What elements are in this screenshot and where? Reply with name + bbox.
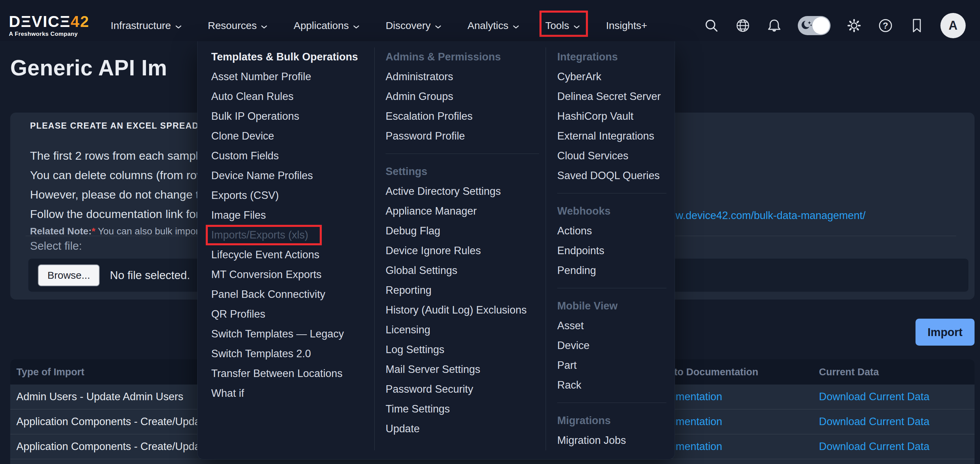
menu-item-label: Escalation Profiles — [386, 110, 473, 122]
menu-item-reporting[interactable]: Reporting — [386, 280, 541, 300]
menu-item-debug-flag[interactable]: Debug Flag — [386, 221, 541, 241]
menu-item-cloud-services[interactable]: Cloud Services — [557, 146, 668, 166]
menu-column-admins-settings: Admins & PermissionsAdministratorsAdmin … — [386, 47, 541, 439]
menu-item-pending[interactable]: Pending — [557, 261, 668, 280]
menu-item-lifecycle-event-actions[interactable]: Lifecycle Event Actions — [211, 245, 370, 265]
menu-item-actions[interactable]: Actions — [557, 221, 668, 241]
nav-item-discovery[interactable]: Discovery — [386, 20, 442, 32]
menu-item-label: Debug Flag — [386, 225, 440, 237]
menu-item-label: Global Settings — [386, 264, 457, 277]
menu-group-header-mobile-view: Mobile View — [557, 296, 668, 316]
theme-toggle[interactable] — [798, 16, 830, 35]
bookmark-icon[interactable] — [909, 18, 925, 33]
globe-icon[interactable] — [735, 18, 751, 33]
menu-item-custom-fields[interactable]: Custom Fields — [211, 146, 370, 166]
menu-item-label: Actions — [557, 225, 592, 237]
menu-item-mail-server-settings[interactable]: Mail Server Settings — [386, 360, 541, 380]
menu-item-password-profile[interactable]: Password Profile — [386, 126, 541, 146]
nav-item-label: Analytics — [468, 20, 508, 32]
menu-item-auto-clean-rules[interactable]: Auto Clean Rules — [211, 87, 370, 106]
menu-item-exports-csv[interactable]: Exports (CSV) — [211, 186, 370, 205]
browse-button[interactable]: Browse... — [38, 264, 100, 286]
menu-item-what-if[interactable]: What if — [211, 383, 370, 403]
menu-item-switch-templates-legacy[interactable]: Switch Templates — Legacy — [211, 324, 370, 344]
logo-accent-42: 42 — [71, 13, 89, 30]
device42-logo[interactable]: DΞVICΞ42 A Freshworks Company — [9, 14, 89, 38]
menu-item-licensing[interactable]: Licensing — [386, 320, 541, 340]
menu-item-external-integrations[interactable]: External Integrations — [557, 126, 668, 146]
instructions-text: The first 2 rows from each sampleYou can… — [30, 146, 205, 224]
svg-text:?: ? — [883, 21, 888, 31]
menu-item-label: Admin Groups — [386, 91, 453, 103]
notifications-bell-icon[interactable] — [767, 18, 782, 33]
menu-item-rack[interactable]: Rack — [557, 375, 668, 395]
menu-item-migration-jobs[interactable]: Migration Jobs — [557, 431, 668, 450]
menu-item-label: Switch Templates — Legacy — [211, 328, 344, 340]
import-button[interactable]: Import — [915, 319, 975, 346]
menu-item-delinea-secret-server[interactable]: Delinea Secret Server — [557, 87, 668, 106]
settings-gear-icon[interactable] — [846, 18, 862, 33]
menu-item-administrators[interactable]: Administrators — [386, 67, 541, 87]
menu-vertical-divider-1 — [374, 48, 375, 450]
nav-item-analytics[interactable]: Analytics — [468, 20, 519, 32]
nav-item-tools[interactable]: Tools — [545, 20, 580, 32]
menu-item-label: Exports (CSV) — [211, 189, 279, 202]
menu-item-log-settings[interactable]: Log Settings — [386, 340, 541, 360]
menu-item-label: Cloud Services — [557, 150, 628, 162]
menu-item-qr-profiles[interactable]: QR Profiles — [211, 304, 370, 324]
menu-item-global-settings[interactable]: Global Settings — [386, 261, 541, 280]
instruction-line: You can delete columns (from row — [30, 165, 205, 185]
menu-item-admin-groups[interactable]: Admin Groups — [386, 87, 541, 106]
menu-item-clone-device[interactable]: Clone Device — [211, 126, 370, 146]
search-icon[interactable] — [703, 18, 719, 33]
nav-item-infrastructure[interactable]: Infrastructure — [111, 20, 182, 32]
menu-item-switch-templates-2-0[interactable]: Switch Templates 2.0 — [211, 344, 370, 364]
menu-item-history-audit-log-exclusions[interactable]: History (Audit Log) Exclusions — [386, 300, 541, 320]
download-current-data-link[interactable]: Download Current Data — [819, 391, 929, 403]
nav-item-applications[interactable]: Applications — [293, 20, 360, 32]
menu-item-label: Bulk IP Operations — [211, 110, 299, 122]
menu-item-label: Saved DOQL Queries — [557, 170, 660, 182]
menu-item-label: Mail Server Settings — [386, 363, 480, 376]
menu-item-asset[interactable]: Asset — [557, 316, 668, 336]
menu-item-escalation-profiles[interactable]: Escalation Profiles — [386, 106, 541, 126]
nav-item-insights+[interactable]: Insights+ — [606, 20, 647, 32]
menu-item-active-directory-settings[interactable]: Active Directory Settings — [386, 181, 541, 201]
menu-item-label: Time Settings — [386, 403, 450, 415]
menu-item-asset-number-profile[interactable]: Asset Number Profile — [211, 67, 370, 87]
nav-item-label: Discovery — [386, 20, 431, 32]
menu-item-label: Administrators — [386, 71, 453, 83]
menu-group-header-settings: Settings — [386, 162, 541, 181]
menu-item-hashicorp-vault[interactable]: HashiCorp Vault — [557, 106, 668, 126]
related-note: Related Note:* You can also bulk import … — [30, 226, 223, 237]
download-current-data-link[interactable]: Download Current Data — [819, 416, 929, 427]
menu-item-time-settings[interactable]: Time Settings — [386, 399, 541, 419]
download-current-data-link[interactable]: Download Current Data — [819, 440, 929, 453]
menu-item-part[interactable]: Part — [557, 356, 668, 375]
menu-item-imports-exports-xls[interactable]: Imports/Exports (xls) — [211, 225, 370, 245]
menu-item-endpoints[interactable]: Endpoints — [557, 241, 668, 261]
bulk-data-management-link[interactable]: w.device42.com/bulk-data-management/ — [676, 210, 866, 222]
chevron-down-icon — [573, 20, 580, 32]
menu-item-transfer-between-locations[interactable]: Transfer Between Locations — [211, 364, 370, 383]
menu-item-label: Update — [386, 423, 420, 435]
menu-item-panel-back-connectivity[interactable]: Panel Back Connectivity — [211, 284, 370, 304]
menu-item-cyberark[interactable]: CyberArk — [557, 67, 668, 87]
select-file-label: Select file: — [30, 240, 82, 253]
avatar[interactable]: A — [940, 13, 966, 38]
menu-item-device[interactable]: Device — [557, 336, 668, 356]
nav-item-resources[interactable]: Resources — [208, 20, 267, 32]
menu-item-bulk-ip-operations[interactable]: Bulk IP Operations — [211, 106, 370, 126]
help-icon[interactable]: ? — [878, 18, 893, 33]
menu-item-mt-conversion-exports[interactable]: MT Conversion Exports — [211, 265, 370, 284]
menu-item-password-security[interactable]: Password Security — [386, 380, 541, 399]
related-note-label: Related Note: — [30, 226, 91, 237]
menu-item-device-ignore-rules[interactable]: Device Ignore Rules — [386, 241, 541, 261]
menu-group-header-templates-bulk-operations: Templates & Bulk Operations — [211, 47, 370, 67]
menu-item-device-name-profiles[interactable]: Device Name Profiles — [211, 166, 370, 186]
menu-item-image-files[interactable]: Image Files — [211, 205, 370, 225]
toggle-knob — [813, 17, 829, 34]
menu-item-appliance-manager[interactable]: Appliance Manager — [386, 201, 541, 221]
menu-item-update[interactable]: Update — [386, 419, 541, 439]
menu-item-saved-doql-queries[interactable]: Saved DOQL Queries — [557, 166, 668, 186]
